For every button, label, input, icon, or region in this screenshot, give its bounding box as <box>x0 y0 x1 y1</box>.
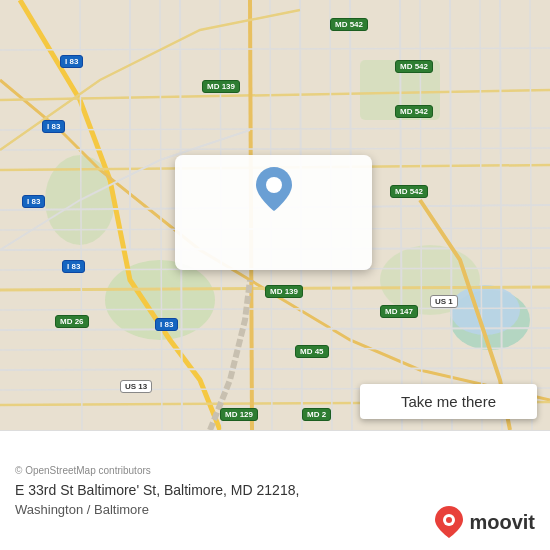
road-badge: MD 542 <box>395 105 433 118</box>
moovit-text: moovit <box>469 511 535 534</box>
map-container: I 83I 83I 83I 83I 83MD 139MD 139MD 542MD… <box>0 0 550 550</box>
road-badge: MD 2 <box>302 408 331 421</box>
take-me-there-button[interactable]: Take me there <box>360 384 537 419</box>
road-badge: MD 139 <box>265 285 303 298</box>
road-badge: MD 26 <box>55 315 89 328</box>
road-badge: MD 45 <box>295 345 329 358</box>
moovit-logo: moovit <box>435 506 535 538</box>
road-badge: I 83 <box>42 120 65 133</box>
svg-point-39 <box>266 177 282 193</box>
road-badge: US 1 <box>430 295 458 308</box>
road-badge: MD 147 <box>380 305 418 318</box>
road-badge: MD 129 <box>220 408 258 421</box>
road-badge: US 13 <box>120 380 152 393</box>
road-badge: I 83 <box>155 318 178 331</box>
info-bar: © OpenStreetMap contributors E 33rd St B… <box>0 430 550 550</box>
road-badge: I 83 <box>62 260 85 273</box>
address-line: E 33rd St Baltimore' St, Baltimore, MD 2… <box>15 482 535 498</box>
road-badge: MD 542 <box>395 60 433 73</box>
road-badge: MD 139 <box>202 80 240 93</box>
road-badge: MD 542 <box>390 185 428 198</box>
road-badge: I 83 <box>60 55 83 68</box>
button-card: Take me there <box>175 155 372 270</box>
osm-credit: © OpenStreetMap contributors <box>15 465 535 476</box>
road-badge: I 83 <box>22 195 45 208</box>
moovit-icon <box>435 506 463 538</box>
svg-point-41 <box>446 517 452 523</box>
road-badge: MD 542 <box>330 18 368 31</box>
